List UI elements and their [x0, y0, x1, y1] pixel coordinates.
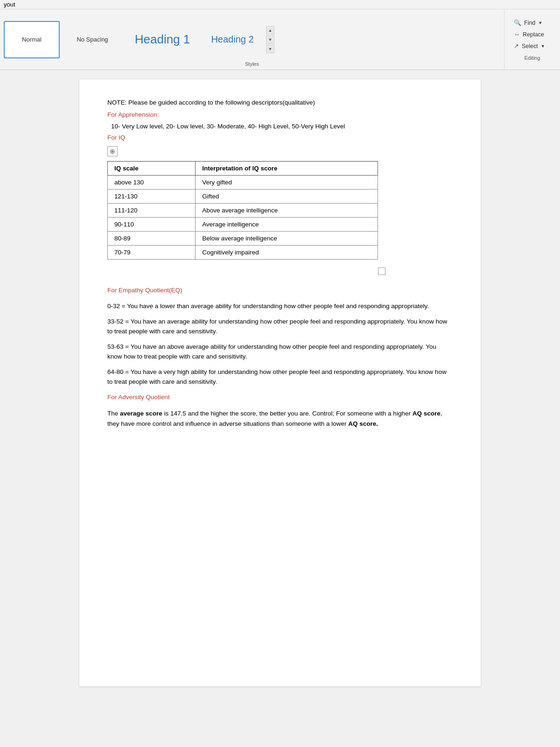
ribbon-title: yout [0, 0, 560, 9]
table-row: above 130Very gifted [108, 176, 378, 190]
style-heading2-label: Heading 2 [211, 34, 253, 45]
document-area: NOTE: Please be guided according to the … [0, 70, 560, 724]
apprehension-label: For Apprehension: [107, 110, 453, 120]
table-row: 80-89Below average intelligence [108, 232, 378, 246]
select-label: Select [522, 43, 538, 49]
eq-label: For Empathy Quotient(EQ) [107, 286, 453, 295]
style-no-spacing[interactable]: No Spacing [60, 21, 125, 58]
table-row: 70-79Cognitively impaired [108, 246, 378, 260]
move-handle[interactable]: ⊕ [107, 146, 118, 156]
select-icon: ↗ [514, 42, 519, 49]
eq-range-text: 0-32 = You have a lower than average abi… [107, 302, 453, 311]
eq-ranges: 0-32 = You have a lower than average abi… [107, 302, 453, 387]
document-page: NOTE: Please be guided according to the … [79, 79, 481, 686]
select-dropdown-icon: ▼ [541, 44, 545, 49]
find-dropdown-icon: ▼ [538, 21, 542, 25]
app-title: yout [4, 1, 15, 8]
style-heading2[interactable]: Heading 2 [200, 21, 265, 58]
apprehension-levels: 10- Very Low level, 20- Low level, 30- M… [107, 122, 453, 131]
aq-text: The average score is 147.5 and the highe… [107, 409, 453, 429]
find-button[interactable]: 🔍 Find ▼ [512, 18, 553, 27]
find-icon: 🔍 [514, 19, 521, 26]
scroll-expand-btn[interactable]: ▼ [266, 45, 274, 53]
editing-label: Editing [512, 55, 553, 61]
replace-icon: ↔ [514, 31, 520, 38]
style-normal-label: Normal [22, 36, 42, 43]
table-resize-handle[interactable] [107, 269, 453, 276]
styles-label: Styles [245, 61, 259, 67]
style-normal[interactable]: NOTE: Please be guided according to the … [4, 21, 60, 58]
scroll-up-btn[interactable]: ▲ [266, 26, 274, 35]
editing-section: 🔍 Find ▼ ↔ Replace ↗ Select ▼ Editing [504, 9, 560, 70]
find-label: Find [524, 20, 535, 26]
table-row: 90-110Average intelligence [108, 218, 378, 232]
aq-label: For Adversity Quotient [107, 393, 453, 402]
table-row: 121-130Gifted [108, 190, 378, 204]
style-heading1-label: Heading 1 [135, 32, 190, 47]
replace-label: Replace [523, 31, 544, 38]
eq-range-text: 53-63 = You have an above average abilit… [107, 342, 453, 362]
iq-table: IQ scale Interpretation of IQ score abov… [107, 161, 378, 260]
style-no-spacing-label: No Spacing [77, 36, 108, 43]
iq-col-scale: IQ scale [108, 162, 196, 176]
styles-scroll: ▲ ▼ ▼ [265, 24, 275, 55]
note-text: NOTE: Please be guided according to the … [107, 98, 453, 107]
ribbon: NOTE: Please be guided according to the … [0, 9, 560, 70]
styles-section: NOTE: Please be guided according to the … [0, 9, 504, 70]
eq-range-text: 33-52 = You have an average ability for … [107, 317, 453, 337]
style-heading1[interactable]: Heading 1 [125, 21, 200, 58]
iq-label: For IQ [107, 133, 453, 142]
table-row: 111-120Above average intelligence [108, 204, 378, 218]
replace-button[interactable]: ↔ Replace [512, 30, 553, 39]
iq-col-interpretation: Interpretation of IQ score [196, 162, 378, 176]
select-button[interactable]: ↗ Select ▼ [512, 42, 553, 50]
eq-range-text: 64-80 = You have a very high ability for… [107, 367, 453, 387]
scroll-down-btn[interactable]: ▼ [266, 35, 274, 44]
